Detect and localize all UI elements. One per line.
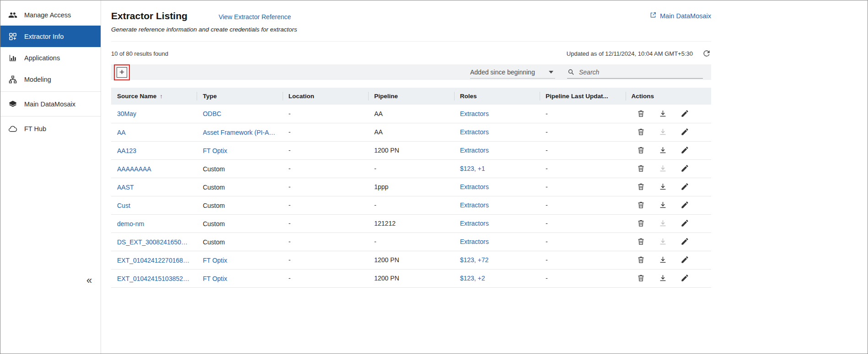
view-extractor-reference-link[interactable]: View Extractor Reference xyxy=(219,13,291,21)
results-row: 10 of 80 results found Updated as of 12/… xyxy=(111,49,711,58)
source-name-link[interactable]: AA123 xyxy=(117,147,136,154)
sidebar: Manage AccessExtractor InfoApplicationsM… xyxy=(0,0,101,354)
edit-icon[interactable] xyxy=(680,164,690,173)
pipeline-last-updated-cell: - xyxy=(540,159,625,178)
download-icon[interactable] xyxy=(659,127,668,137)
type-link[interactable]: Asset Framework (PI-A… xyxy=(203,129,275,136)
added-since-filter-dropdown[interactable]: Added since beginning xyxy=(470,66,555,79)
table-row: CustCustom--Extractors- xyxy=(111,196,711,214)
edit-icon[interactable] xyxy=(680,146,690,155)
source-name-link[interactable]: AA xyxy=(117,129,126,136)
download-icon[interactable] xyxy=(659,164,668,173)
modeling-icon xyxy=(8,75,17,84)
delete-icon[interactable] xyxy=(637,109,646,118)
type-link[interactable]: FT Optix xyxy=(203,147,227,154)
location-cell: - xyxy=(283,269,368,287)
type-link[interactable]: FT Optix xyxy=(203,275,227,282)
edit-icon[interactable] xyxy=(680,237,690,246)
delete-icon[interactable] xyxy=(637,164,646,173)
sidebar-item-ft-hub[interactable]: FT Hub xyxy=(0,118,101,139)
roles-link[interactable]: $123, +72 xyxy=(460,256,489,264)
source-name-link[interactable]: Cust xyxy=(117,202,130,209)
roles-link[interactable]: Extractors xyxy=(460,183,489,190)
table-row: AASTCustom-1pppExtractors- xyxy=(111,178,711,196)
sidebar-item-main-datamosaix[interactable]: Main DataMosaix xyxy=(0,93,101,115)
search-input[interactable] xyxy=(579,69,703,76)
add-extractor-button[interactable]: + xyxy=(117,67,127,78)
delete-icon[interactable] xyxy=(637,237,646,246)
roles-link[interactable]: Extractors xyxy=(460,220,489,227)
column-header-location[interactable]: Location xyxy=(283,88,368,105)
external-link-icon xyxy=(649,11,657,20)
people-icon xyxy=(8,11,17,20)
source-name-link[interactable]: AAST xyxy=(117,184,134,191)
edit-icon[interactable] xyxy=(680,219,690,228)
edit-icon[interactable] xyxy=(680,127,690,137)
download-icon[interactable] xyxy=(659,237,668,246)
download-icon[interactable] xyxy=(659,109,668,118)
download-icon[interactable] xyxy=(659,201,668,210)
sidebar-item-manage-access[interactable]: Manage Access xyxy=(0,4,101,26)
refresh-icon[interactable] xyxy=(702,49,711,58)
pipeline-cell: - xyxy=(368,232,454,251)
search-icon xyxy=(567,68,575,76)
edit-icon[interactable] xyxy=(680,255,690,264)
column-header-pipeline[interactable]: Pipeline xyxy=(368,88,454,105)
column-header-roles[interactable]: Roles xyxy=(454,88,540,105)
source-name-link[interactable]: 30May xyxy=(117,110,136,117)
download-icon[interactable] xyxy=(659,274,668,283)
roles-link[interactable]: Extractors xyxy=(460,147,489,154)
extractor-icon xyxy=(8,32,17,41)
page-subtitle: Generate reference information and creat… xyxy=(111,26,711,33)
column-header-source-name[interactable]: Source Name↑ xyxy=(111,88,197,105)
download-icon[interactable] xyxy=(659,219,668,228)
roles-link[interactable]: $123, +2 xyxy=(460,275,485,282)
roles-link[interactable]: Extractors xyxy=(460,110,489,117)
roles-link[interactable]: Extractors xyxy=(460,128,489,136)
delete-icon[interactable] xyxy=(637,274,646,283)
source-name-link[interactable]: EXT_01042412270168… xyxy=(117,257,189,264)
filter-selected-value: Added since beginning xyxy=(470,69,535,76)
delete-icon[interactable] xyxy=(637,219,646,228)
edit-icon[interactable] xyxy=(680,182,690,191)
delete-icon[interactable] xyxy=(637,255,646,264)
table-row: EXT_01042412270168…FT Optix-1200 PN$123,… xyxy=(111,251,711,269)
pipeline-cell: 1200 PN xyxy=(368,141,454,159)
source-name-link[interactable]: demo-nm xyxy=(117,220,144,227)
cloud-icon xyxy=(8,124,17,133)
edit-icon[interactable] xyxy=(680,201,690,210)
delete-icon[interactable] xyxy=(637,146,646,155)
source-name-link[interactable]: DS_EXT_30082416504… xyxy=(117,238,191,246)
sidebar-item-applications[interactable]: Applications xyxy=(0,47,101,69)
download-icon[interactable] xyxy=(659,255,668,264)
roles-link[interactable]: Extractors xyxy=(460,201,489,209)
source-name-link[interactable]: AAAAAAAA xyxy=(117,165,151,173)
roles-link[interactable]: Extractors xyxy=(460,238,489,245)
type-link[interactable]: ODBC xyxy=(203,110,221,117)
sidebar-item-label: FT Hub xyxy=(24,125,46,132)
pipeline-cell: - xyxy=(368,196,454,214)
pipeline-last-updated-cell: - xyxy=(540,141,625,159)
download-icon[interactable] xyxy=(659,182,668,191)
main-panel: Main DataMosaix Extractor Listing View E… xyxy=(101,0,868,354)
delete-icon[interactable] xyxy=(637,201,646,210)
column-header-pipeline-last-updat[interactable]: Pipeline Last Updat... xyxy=(540,88,625,105)
delete-icon[interactable] xyxy=(637,182,646,191)
download-icon[interactable] xyxy=(659,146,668,155)
sidebar-collapse-button[interactable]: « xyxy=(86,275,92,285)
sidebar-item-modeling[interactable]: Modeling xyxy=(0,69,101,90)
sidebar-item-label: Manage Access xyxy=(24,11,71,19)
main-datamosaix-link[interactable]: Main DataMosaix xyxy=(649,11,711,20)
source-name-link[interactable]: EXT_01042415103852… xyxy=(117,275,189,282)
type-link[interactable]: FT Optix xyxy=(203,257,227,264)
pipeline-cell: 1ppp xyxy=(368,178,454,196)
delete-icon[interactable] xyxy=(637,127,646,137)
edit-icon[interactable] xyxy=(680,274,690,283)
edit-icon[interactable] xyxy=(680,109,690,118)
page-header: Extractor Listing View Extractor Referen… xyxy=(111,0,711,42)
table-row: AAAsset Framework (PI-A…-AAExtractors- xyxy=(111,123,711,141)
sidebar-item-extractor-info[interactable]: Extractor Info xyxy=(0,26,101,47)
roles-link[interactable]: $123, +1 xyxy=(460,165,485,172)
bar-chart-icon xyxy=(8,53,17,63)
column-header-type[interactable]: Type xyxy=(197,88,282,105)
